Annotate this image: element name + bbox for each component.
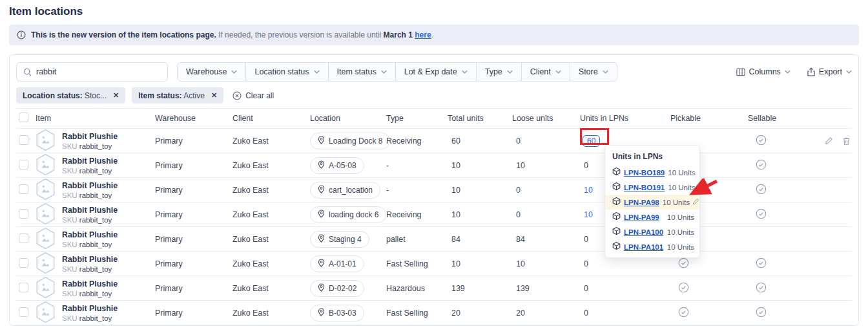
table-body: Rabbit PlushieSKU rabbit_toyPrimaryZuko … — [16, 129, 852, 325]
banner-text: This is the new version of the item loca… — [31, 30, 433, 39]
item-sku: SKU rabbit_toy — [62, 241, 118, 248]
chip-text: Item status: Active — [138, 91, 205, 100]
filter-label: Location status — [254, 67, 309, 76]
lpn-link[interactable]: LPN-PA101 — [624, 243, 663, 251]
client-cell: Zuko East — [232, 161, 310, 170]
check-circle-icon — [756, 138, 767, 147]
chevron-down-icon — [507, 70, 513, 74]
columns-label: Columns — [749, 67, 781, 76]
clear-all-label: Clear all — [245, 91, 274, 100]
row-checkbox[interactable] — [19, 307, 28, 317]
lpn-link[interactable]: LPN-PA100 — [624, 228, 663, 236]
export-button[interactable]: Export — [807, 67, 852, 76]
item-name: Rabbit Plushie — [62, 304, 118, 314]
columns-button[interactable]: Columns — [736, 67, 790, 76]
filter-group: WarehouseLocation statusItem statusLot &… — [177, 62, 617, 82]
item-locations-card: WarehouseLocation statusItem statusLot &… — [9, 54, 859, 326]
loose-units-cell: 0 — [512, 136, 580, 146]
filter-warehouse[interactable]: Warehouse — [178, 63, 246, 81]
filter-chip-item-status: Item status: Active✕ — [132, 87, 223, 103]
clear-all-button[interactable]: Clear all — [232, 91, 274, 100]
table-row: Rabbit PlushieSKU rabbit_toyPrimaryZuko … — [16, 153, 852, 178]
row-checkbox[interactable] — [19, 184, 28, 194]
total-units-cell: 139 — [448, 284, 512, 293]
lpn-link[interactable]: LPN-BO191 — [624, 184, 665, 191]
warehouse-cell: Primary — [155, 161, 232, 170]
row-checkbox[interactable] — [19, 135, 28, 145]
lpn-link[interactable]: LPN-PA98 — [624, 199, 659, 206]
filter-client[interactable]: Client — [522, 63, 570, 81]
previous-version-link[interactable]: here — [415, 30, 431, 39]
row-checkbox[interactable] — [19, 209, 28, 219]
check-circle-icon — [678, 310, 689, 320]
total-units-cell: 10 — [448, 259, 512, 268]
toolbar: WarehouseLocation statusItem statusLot &… — [16, 62, 852, 82]
client-cell: Zuko East — [232, 210, 310, 219]
search-input[interactable] — [36, 67, 161, 76]
location-tag: cart_location — [310, 182, 380, 199]
row-checkbox[interactable] — [19, 258, 28, 268]
filter-store[interactable]: Store — [570, 63, 617, 81]
select-all-checkbox[interactable] — [19, 113, 28, 122]
item-name: Rabbit Plushie — [62, 255, 118, 265]
column-header-warehouse: Warehouse — [155, 114, 232, 123]
lpn-cube-icon — [612, 241, 621, 253]
location-tag: Staging 4 — [310, 231, 369, 248]
filter-label: Type — [485, 67, 502, 76]
location-pin-icon — [318, 283, 325, 294]
units-in-lpns-cell: 0 — [580, 284, 670, 293]
item-image-icon — [36, 202, 56, 227]
chevron-down-icon — [381, 70, 387, 74]
clear-all-icon — [232, 91, 242, 100]
lpn-link[interactable]: LPN-PA99 — [624, 213, 659, 221]
item-image-icon — [36, 178, 56, 202]
type-cell: Receiving — [386, 136, 448, 146]
row-checkbox[interactable] — [19, 160, 28, 169]
delete-icon[interactable] — [842, 136, 851, 146]
client-cell: Zuko East — [232, 235, 310, 244]
loose-units-cell: 0 — [512, 210, 580, 219]
filter-location-status[interactable]: Location status — [246, 63, 328, 81]
lpn-units: 10 Units — [667, 213, 694, 221]
row-checkbox[interactable] — [19, 234, 28, 243]
banner-date: March 1 — [384, 30, 413, 39]
edit-icon[interactable] — [692, 198, 699, 206]
row-checkbox[interactable] — [19, 283, 28, 292]
item-sku: SKU rabbit_toy — [62, 191, 118, 199]
item-name: Rabbit Plushie — [62, 206, 118, 216]
chevron-down-icon — [462, 70, 468, 74]
filter-item-status[interactable]: Item status — [329, 63, 396, 81]
lpn-link[interactable]: LPN-BO189 — [624, 169, 665, 177]
loose-units-cell: 10 — [512, 259, 580, 268]
item-sku: SKU rabbit_toy — [62, 216, 118, 224]
item-image-icon — [36, 153, 56, 178]
filter-lot-exp-date[interactable]: Lot & Exp date — [396, 63, 477, 81]
filter-label: Item status — [337, 67, 377, 76]
units-in-lpns-link[interactable]: 10 — [580, 210, 593, 219]
filter-type[interactable]: Type — [477, 63, 522, 81]
popup-lpn-row: LPN-PA9910 Units — [605, 210, 699, 224]
chevron-down-icon — [603, 70, 608, 74]
units-in-lpns-value: 0 — [580, 284, 588, 293]
location-tag: A-01-01 — [310, 255, 364, 272]
location-pin-icon — [318, 308, 325, 318]
table-row: Rabbit PlushieSKU rabbit_toyPrimaryZuko … — [16, 252, 852, 276]
edit-icon[interactable] — [825, 136, 833, 146]
lpn-units: 10 Units — [667, 243, 694, 251]
lpn-cube-icon — [612, 197, 621, 208]
column-header-sellable: Sellable — [748, 114, 821, 123]
filter-chip-location-status: Location status: Stoc...✕ — [16, 87, 125, 103]
loose-units-cell: 10 — [512, 161, 580, 170]
total-units-cell: 84 — [448, 235, 512, 244]
units-in-lpns-link[interactable]: 10 — [580, 186, 593, 195]
item-name: Rabbit Plushie — [62, 132, 118, 142]
check-circle-icon — [756, 163, 767, 172]
chip-text: Location status: Stoc... — [23, 91, 107, 100]
chip-remove-icon[interactable]: ✕ — [211, 91, 217, 100]
client-cell: Zuko East — [232, 259, 310, 268]
type-cell: Fast Selling — [386, 309, 448, 318]
lpn-cube-icon — [612, 167, 621, 179]
chip-remove-icon[interactable]: ✕ — [113, 91, 119, 100]
location-tag: D-02-02 — [310, 280, 364, 297]
lpn-units: 10 Units — [668, 169, 695, 177]
